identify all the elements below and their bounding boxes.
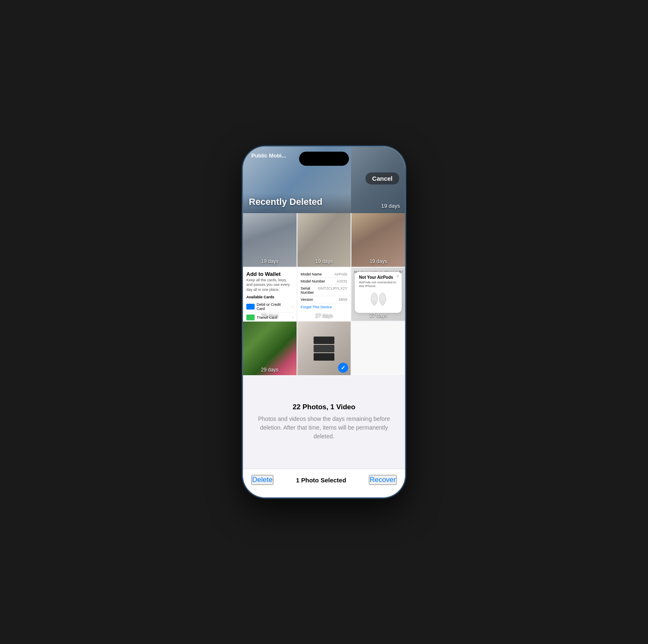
debit-card-label: Debit or Credit Card [257,302,290,311]
top-right-days-badge: 19 days [381,203,400,209]
debit-card-icon [246,304,255,310]
recently-deleted-title: Recently Deleted [249,197,345,207]
action-bar: Delete 1 Photo Selected Recover [243,469,405,497]
cell-days-airpods: 27 days [351,312,405,318]
grid-cell-2[interactable]: 19 days [297,213,351,267]
grid-cell-bw-photos[interactable] [297,322,351,375]
status-bar-text: Public Mobi... [251,152,286,159]
wallet-title: Add to Wallet [246,271,293,277]
grid-cell-wallet[interactable]: Add to Wallet Keep all the cards, keys, … [243,268,297,321]
recover-button[interactable]: Recover [369,475,397,485]
airpods-close-icon[interactable]: × [396,273,399,279]
cell-days-device: 27 days [297,312,351,318]
grid-cell-empty [351,322,405,375]
wallet-card-debit[interactable]: Debit or Credit Card › [246,301,293,313]
phone-screen: Public Mobi... Recently Deleted Cancel 1… [243,147,405,497]
device-row-version: Version 5B59 [301,296,348,303]
grid-cell-1[interactable]: 19 days [243,213,297,267]
grid-cell-3[interactable]: 19 days [351,213,405,267]
top-photo-right: Cancel 19 days [351,147,405,213]
grid-cell-airpods[interactable]: Not discoverable by iPhone to BT × Not Y… [351,268,405,321]
airpods-image [359,290,398,310]
phone-frame: Public Mobi... Recently Deleted Cancel 1… [243,147,405,497]
grid-cell-garden[interactable]: 29 days [243,322,297,375]
delete-button[interactable]: Delete [251,475,273,485]
cell-days-wallet: 23 days [243,312,297,318]
grid-cell-device[interactable]: Model Name AirPods Model Number A2031 Se… [297,268,351,321]
cell-days-2: 19 days [297,258,351,264]
bottom-description: Photos and videos show the days remainin… [255,415,393,441]
device-row-serial: Serial Number GMTZCLRYLX2Y [301,285,348,296]
device-row-model-number: Model Number A2031 [301,278,348,285]
photo-grid: 19 days 19 days 19 days Add to Wallet Ke… [243,213,405,375]
airpods-popup-title: Not Your AirPods [359,275,398,280]
cell-days-garden: 29 days [243,367,297,373]
screen-content: Public Mobi... Recently Deleted Cancel 1… [243,147,405,497]
cell-days-3: 19 days [351,258,405,264]
selected-count-label: 1 Photo Selected [296,477,346,484]
cancel-button[interactable]: Cancel [366,172,399,184]
airpods-popup: × Not Your AirPods AirPods not connected… [355,272,402,313]
forget-device-link[interactable]: Forget This Device [301,305,348,309]
wallet-section-label: Available Cards [246,295,293,299]
svg-rect-3 [381,301,384,305]
cell-days-1: 19 days [243,258,297,264]
device-row-model-name: Model Name AirPods [301,271,348,278]
svg-rect-2 [373,301,376,305]
airpods-popup-subtitle: AirPods not connected to this iPhone. [359,280,398,288]
debit-chevron-icon: › [292,305,293,309]
wallet-subtitle: Keep all the cards, keys, and passes you… [246,278,293,293]
bottom-info-section: 22 Photos, 1 Video Photos and videos sho… [243,375,405,469]
dynamic-island [299,152,349,166]
media-count: 22 Photos, 1 Video [293,403,356,411]
